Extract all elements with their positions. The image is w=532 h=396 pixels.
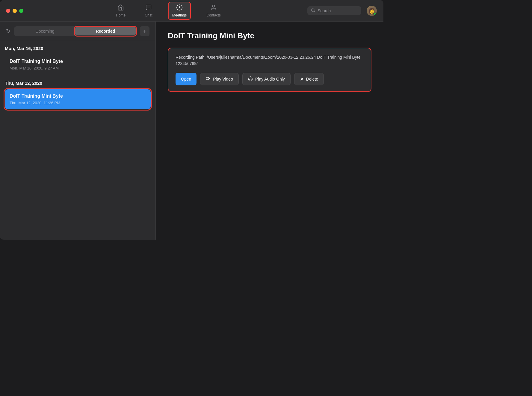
- tab-switcher: Upcoming Recorded: [14, 26, 136, 36]
- home-icon: [117, 4, 124, 12]
- tab-home-label: Home: [116, 13, 126, 17]
- nav-tabs: Home Chat Meetings: [29, 2, 307, 20]
- detail-panel: DoIT Training Mini Byte Recording Path: …: [156, 22, 383, 240]
- play-video-label: Play Video: [213, 77, 233, 81]
- tab-contacts-label: Contacts: [206, 13, 220, 17]
- svg-point-1: [212, 5, 214, 7]
- meetings-icon: [176, 4, 183, 12]
- search-placeholder: Search: [318, 8, 331, 13]
- date-group-2: Thu, Mar 12, 2020 DoIT Training Mini Byt…: [5, 81, 151, 109]
- contacts-icon: [210, 4, 217, 12]
- svg-line-3: [314, 11, 315, 12]
- traffic-lights: [6, 9, 23, 13]
- minimize-button[interactable]: [13, 9, 17, 13]
- detail-title: DoIT Training Mini Byte: [168, 31, 371, 40]
- tab-home[interactable]: Home: [112, 2, 129, 19]
- chat-icon: [145, 4, 152, 12]
- sidebar-list: Mon, Mar 16, 2020 DoIT Training Mini Byt…: [0, 41, 155, 240]
- meeting-item-2[interactable]: DoIT Training Mini Byte Thu, Mar 12, 202…: [5, 89, 151, 109]
- meeting-title-2: DoIT Training Mini Byte: [10, 93, 146, 99]
- upcoming-tab-button[interactable]: Upcoming: [15, 27, 75, 35]
- tab-meetings[interactable]: Meetings: [168, 2, 191, 20]
- recorded-tab-button[interactable]: Recorded: [75, 27, 136, 35]
- search-icon: [311, 8, 315, 13]
- delete-icon: ✕: [300, 76, 304, 82]
- meeting-item-1[interactable]: DoIT Training Mini Byte Mon, Mar 16, 202…: [5, 55, 151, 75]
- play-video-button[interactable]: Play Video: [200, 73, 239, 85]
- date-group-1: Mon, Mar 16, 2020 DoIT Training Mini Byt…: [5, 46, 151, 75]
- open-button[interactable]: Open: [176, 73, 197, 85]
- refresh-button[interactable]: ↻: [6, 28, 10, 34]
- meeting-title-1: DoIT Training Mini Byte: [10, 59, 146, 64]
- sidebar-header: ↻ Upcoming Recorded +: [0, 22, 155, 41]
- search-bar[interactable]: Search: [307, 6, 361, 15]
- date-label-1: Mon, Mar 16, 2020: [5, 46, 151, 51]
- svg-rect-4: [206, 77, 209, 80]
- tab-chat-label: Chat: [145, 13, 152, 17]
- headphones-icon: [248, 76, 253, 82]
- online-status-dot: [374, 13, 377, 16]
- play-audio-button[interactable]: Play Audio Only: [242, 73, 291, 85]
- meeting-time-2: Thu, Mar 12, 2020, 11:26 PM: [10, 101, 146, 105]
- date-label-2: Thu, Mar 12, 2020: [5, 81, 151, 86]
- avatar[interactable]: 👩: [366, 5, 377, 16]
- tab-chat[interactable]: Chat: [141, 2, 156, 19]
- title-bar: Home Chat Meetings: [0, 0, 383, 22]
- tab-meetings-label: Meetings: [172, 13, 187, 17]
- tab-contacts[interactable]: Contacts: [203, 2, 224, 19]
- play-audio-label: Play Audio Only: [255, 77, 285, 81]
- action-buttons: Open Play Video: [176, 73, 364, 85]
- video-icon: [206, 76, 211, 82]
- recording-path: Recording Path: /Users/juliesharma/Docum…: [176, 54, 364, 67]
- sidebar: ↻ Upcoming Recorded + Mon, Mar 16, 2020 …: [0, 22, 156, 240]
- meeting-time-1: Mon, Mar 16, 2020, 9:27 AM: [10, 66, 146, 70]
- svg-point-2: [312, 9, 314, 11]
- delete-button[interactable]: ✕ Delete: [294, 73, 324, 85]
- close-button[interactable]: [6, 9, 10, 13]
- main-content: ↻ Upcoming Recorded + Mon, Mar 16, 2020 …: [0, 22, 383, 240]
- recording-card: Recording Path: /Users/juliesharma/Docum…: [168, 48, 371, 92]
- maximize-button[interactable]: [19, 9, 23, 13]
- add-meeting-button[interactable]: +: [140, 26, 149, 36]
- delete-label: Delete: [306, 77, 318, 81]
